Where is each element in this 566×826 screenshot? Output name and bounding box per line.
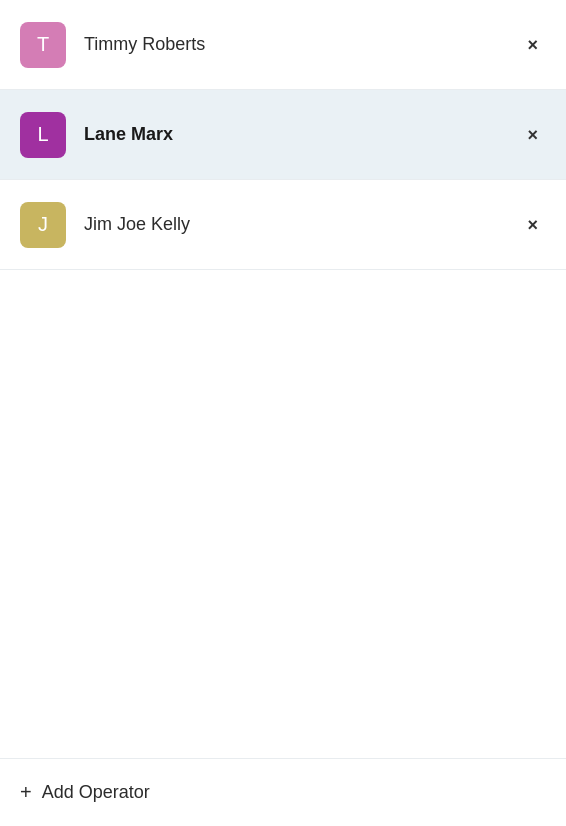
- operator-name: Jim Joe Kelly: [84, 214, 519, 235]
- add-icon: +: [20, 781, 32, 804]
- operator-list: TTimmy Roberts×LLane Marx×JJim Joe Kelly…: [0, 0, 566, 379]
- operator-row: LLane Marx×: [0, 90, 566, 180]
- add-operator-label: Add Operator: [42, 782, 150, 803]
- remove-operator-button[interactable]: ×: [519, 32, 546, 58]
- add-operator-button[interactable]: + Add Operator: [0, 758, 566, 826]
- operator-avatar: L: [20, 112, 66, 158]
- empty-space: [0, 379, 566, 758]
- operator-row: TTimmy Roberts×: [0, 0, 566, 90]
- operator-name: Lane Marx: [84, 124, 519, 145]
- remove-operator-button[interactable]: ×: [519, 212, 546, 238]
- operator-avatar: T: [20, 22, 66, 68]
- operator-name: Timmy Roberts: [84, 34, 519, 55]
- operator-row: JJim Joe Kelly×: [0, 180, 566, 270]
- operator-avatar: J: [20, 202, 66, 248]
- remove-operator-button[interactable]: ×: [519, 122, 546, 148]
